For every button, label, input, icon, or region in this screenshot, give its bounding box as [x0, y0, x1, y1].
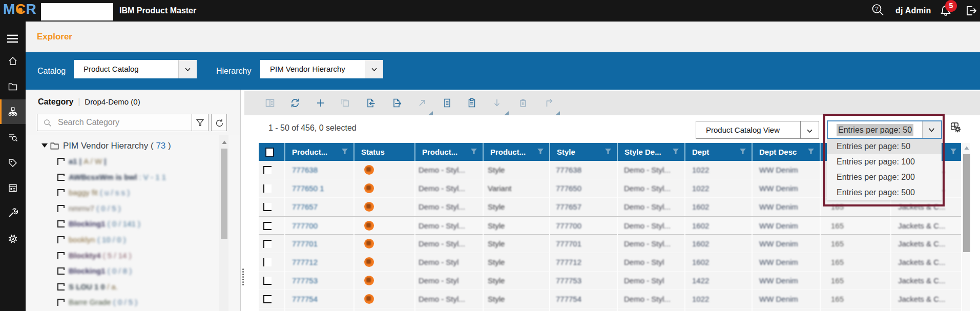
svg-text:?: ?	[875, 6, 878, 12]
